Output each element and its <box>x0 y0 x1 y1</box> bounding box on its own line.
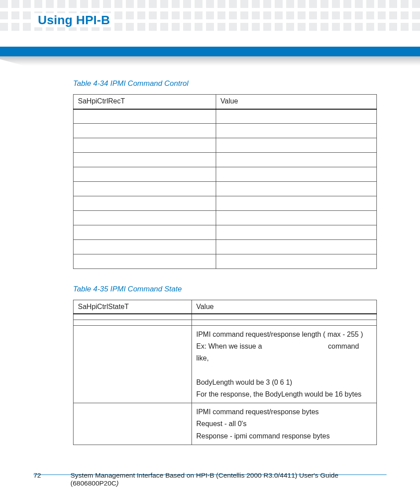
table-row <box>74 240 377 254</box>
table-cell <box>74 403 192 445</box>
table-cell <box>74 314 192 320</box>
table-row <box>74 225 377 240</box>
main-content: Table 4-34 IPMI Command Control SaHpiCtr… <box>73 79 387 460</box>
footer-text-suffix: ) <box>116 479 118 487</box>
table-cell <box>216 240 376 254</box>
cell-blank-line <box>196 364 372 376</box>
table-cell <box>192 314 376 320</box>
cell-line: Ex: When we issue acommand like, <box>196 340 372 364</box>
table-cell <box>74 182 216 196</box>
table-cell: IPMI command request/response bytes Requ… <box>192 403 376 445</box>
table-cell <box>74 211 216 225</box>
table-cell <box>74 153 216 167</box>
table-cell <box>192 320 376 326</box>
cell-line: BodyLength would be 3 (0 6 1) <box>196 376 372 388</box>
table-cell <box>216 109 376 124</box>
table-cell <box>74 196 216 211</box>
table-cell <box>216 211 376 225</box>
table-4-34: SaHpiCtrlRecT Value <box>73 94 377 269</box>
table-row: SaHpiCtrlRecT Value <box>74 95 377 109</box>
table-cell <box>74 254 216 269</box>
table-row <box>74 109 377 124</box>
table-cell <box>74 225 216 240</box>
footer-text-main: System Management Interface Based on HPI… <box>70 471 339 487</box>
footer: 72 System Management Interface Based on … <box>33 471 387 487</box>
cell-line: IPMI command request/response length ( m… <box>196 328 372 340</box>
table-cell <box>74 109 216 124</box>
table-row <box>74 182 377 196</box>
table-cell <box>74 138 216 153</box>
table-cell <box>216 153 376 167</box>
table-row: SaHpiCtrlStateT Value <box>74 300 377 314</box>
page-number: 72 <box>33 471 70 487</box>
table-row <box>74 320 377 326</box>
table-row <box>74 153 377 167</box>
cell-line: Request - all 0's <box>196 418 372 430</box>
cell-line: Response - ipmi command response bytes <box>196 430 372 442</box>
table-row: IPMI command request/response bytes Requ… <box>74 403 377 445</box>
table-row: IPMI command request/response length ( m… <box>74 326 377 403</box>
table-cell <box>74 167 216 182</box>
table-header-cell: Value <box>192 300 376 314</box>
table-cell: IPMI command request/response length ( m… <box>192 326 376 403</box>
footer-text: System Management Interface Based on HPI… <box>70 471 387 487</box>
table-cell <box>74 326 192 403</box>
table-cell <box>216 196 376 211</box>
table-header-cell: Value <box>216 95 376 109</box>
table-header-cell: SaHpiCtrlStateT <box>74 300 192 314</box>
cell-line: IPMI command request/response bytes <box>196 406 372 418</box>
table-header-cell: SaHpiCtrlRecT <box>74 95 216 109</box>
table-row <box>74 211 377 225</box>
table-row <box>74 196 377 211</box>
table-row <box>74 314 377 320</box>
table-4-34-caption: Table 4-34 IPMI Command Control <box>73 79 387 88</box>
table-cell <box>216 138 376 153</box>
table-cell <box>74 240 216 254</box>
table-cell <box>216 167 376 182</box>
page-title: Using HPI-B <box>33 13 114 27</box>
table-row <box>74 254 377 269</box>
header-blue-bar <box>0 47 420 56</box>
table-4-35: SaHpiCtrlStateT Value IPMI command reque… <box>73 300 377 445</box>
table-cell <box>216 182 376 196</box>
cell-line: For the response, the BodyLength would b… <box>196 388 372 400</box>
table-row <box>74 167 377 182</box>
table-cell <box>216 124 376 138</box>
table-cell <box>74 124 216 138</box>
table-row <box>74 138 377 153</box>
table-cell <box>216 254 376 269</box>
table-cell <box>74 320 192 326</box>
header-shadow <box>0 56 420 66</box>
table-cell <box>216 225 376 240</box>
table-row <box>74 124 377 138</box>
cell-text: Ex: When we issue a <box>196 342 262 350</box>
table-4-35-caption: Table 4-35 IPMI Command State <box>73 285 387 294</box>
